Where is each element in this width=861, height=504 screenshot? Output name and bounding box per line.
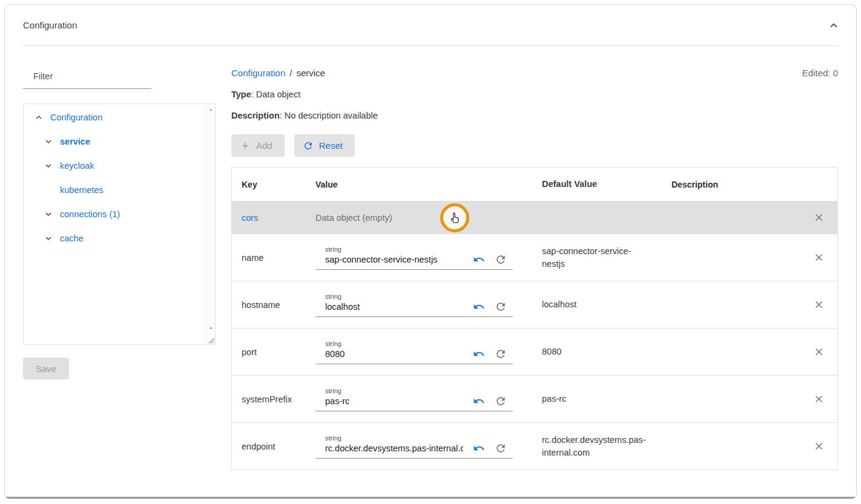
column-header-value: Value: [306, 180, 532, 189]
tree-item-service[interactable]: service: [33, 129, 205, 154]
config-tree: Configurationservicekeycloakkubernetesco…: [24, 104, 215, 250]
scroll-up-icon[interactable]: [207, 106, 215, 114]
undo-button-hostname[interactable]: [473, 301, 485, 313]
close-icon: [813, 440, 825, 452]
undo-icon: [473, 395, 485, 407]
table-row-systemPrefix: systemPrefixstringpas-rc: [232, 375, 837, 422]
value-input-systemPrefix[interactable]: [315, 396, 463, 406]
tree-item-keycloak[interactable]: keycloak: [33, 154, 205, 178]
undo-button-name[interactable]: [473, 254, 485, 266]
close-icon: [813, 346, 825, 358]
edited-count: Edited: 0: [802, 68, 838, 78]
value-type-label: string: [325, 293, 513, 300]
undo-button-endpoint[interactable]: [473, 442, 485, 454]
toolbar: Add Reset: [231, 134, 838, 157]
tree-item-label: service: [60, 137, 90, 146]
value-field-hostname: string: [315, 293, 513, 317]
tree-item-label: cache: [60, 234, 84, 243]
table-row-name: namestringsap-connector-service-nestjs: [232, 234, 837, 281]
default-value-systemPrefix: pas-rc: [532, 393, 662, 405]
scroll-down-icon[interactable]: [207, 324, 215, 332]
tree-item-label: kubernetes: [60, 185, 104, 195]
value-input-endpoint[interactable]: [315, 443, 463, 453]
column-header-default-value: Default Value: [532, 178, 662, 190]
reset-button-label: Reset: [319, 140, 343, 151]
reset-value-button-endpoint[interactable]: [495, 442, 507, 454]
filter-input[interactable]: [23, 67, 151, 89]
tree-item-connections-1[interactable]: connections (1): [33, 202, 205, 226]
object-value-text: Data object (empty): [315, 213, 392, 223]
breadcrumb-root-link[interactable]: Configuration: [231, 68, 285, 78]
value-input-port[interactable]: [315, 349, 463, 359]
key-label-systemPrefix: systemPrefix: [242, 394, 292, 404]
key-label-port: port: [242, 347, 257, 357]
undo-button-systemPrefix[interactable]: [473, 395, 485, 407]
chevron-down-icon: [43, 233, 54, 244]
description-value: : No description available: [280, 111, 378, 120]
remove-row-button-endpoint[interactable]: [813, 440, 825, 452]
resize-grip-icon[interactable]: [208, 338, 214, 344]
tree-scrollbar[interactable]: [206, 104, 215, 344]
value-type-label: string: [325, 246, 513, 253]
main-content: Configuration/service Edited: 0 Type: Da…: [231, 67, 838, 470]
add-button[interactable]: Add: [231, 134, 285, 157]
reset-value-button-systemPrefix[interactable]: [495, 395, 507, 407]
reset-value-icon: [495, 348, 507, 360]
window-bottom-edge: [5, 497, 856, 499]
plus-icon: [240, 140, 251, 151]
type-line: Type: Data object: [231, 90, 838, 99]
default-value-hostname: localhost: [532, 298, 662, 310]
panel-title: Configuration: [23, 20, 77, 30]
key-label-hostname: hostname: [242, 300, 280, 310]
undo-icon: [473, 254, 485, 266]
reset-value-icon: [495, 442, 507, 454]
breadcrumb-current: service: [296, 68, 325, 78]
breadcrumb-separator: /: [289, 68, 292, 78]
reset-value-icon: [495, 301, 507, 313]
tree-item-kubernetes[interactable]: kubernetes: [33, 178, 205, 202]
type-label: Type: [231, 90, 251, 99]
tree-item-configuration[interactable]: Configuration: [33, 105, 205, 129]
value-field-port: string: [315, 340, 513, 364]
tree-item-label: connections (1): [60, 209, 120, 219]
description-line: Description: No description available: [231, 111, 838, 120]
configuration-panel: Configuration Configurationservicekeyclo…: [4, 4, 857, 499]
value-type-label: string: [325, 340, 513, 347]
reset-value-button-hostname[interactable]: [495, 301, 507, 313]
refresh-icon: [303, 140, 314, 151]
save-button[interactable]: Save: [23, 358, 69, 379]
column-header-key: Key: [232, 180, 306, 189]
description-label: Description: [231, 111, 280, 120]
remove-row-button-port[interactable]: [813, 346, 825, 358]
close-icon: [813, 212, 825, 223]
value-type-label: string: [325, 434, 513, 442]
value-input-hostname[interactable]: [315, 302, 463, 312]
reset-value-icon: [495, 395, 507, 407]
remove-row-button-cors[interactable]: [813, 212, 825, 223]
key-label-endpoint: endpoint: [242, 442, 275, 451]
reset-value-button-name[interactable]: [495, 254, 507, 266]
key-link-cors[interactable]: cors: [242, 213, 258, 223]
undo-icon: [473, 301, 485, 313]
key-label-name: name: [242, 253, 263, 263]
default-value-name: sap-connector-service-nestjs: [532, 245, 662, 270]
tree-item-cache[interactable]: cache: [33, 226, 205, 250]
close-icon: [813, 299, 825, 310]
config-table: Key Value Default Value Description cors…: [231, 167, 838, 470]
remove-row-button-hostname[interactable]: [813, 299, 825, 310]
reset-button[interactable]: Reset: [294, 134, 355, 157]
value-type-label: string: [325, 387, 513, 394]
reset-value-button-port[interactable]: [495, 348, 507, 360]
chevron-down-icon: [43, 209, 54, 220]
remove-row-button-systemPrefix[interactable]: [813, 393, 825, 405]
undo-button-port[interactable]: [473, 348, 485, 360]
panel-header: Configuration: [5, 5, 856, 45]
chevron-down-icon: [43, 136, 54, 147]
panel-collapse-button[interactable]: [827, 19, 840, 32]
remove-row-button-name[interactable]: [813, 252, 825, 263]
column-header-description: Description: [662, 180, 800, 189]
value-field-name: string: [315, 246, 513, 270]
undo-icon: [473, 348, 485, 360]
add-button-label: Add: [256, 140, 272, 151]
value-input-name[interactable]: [315, 255, 463, 264]
